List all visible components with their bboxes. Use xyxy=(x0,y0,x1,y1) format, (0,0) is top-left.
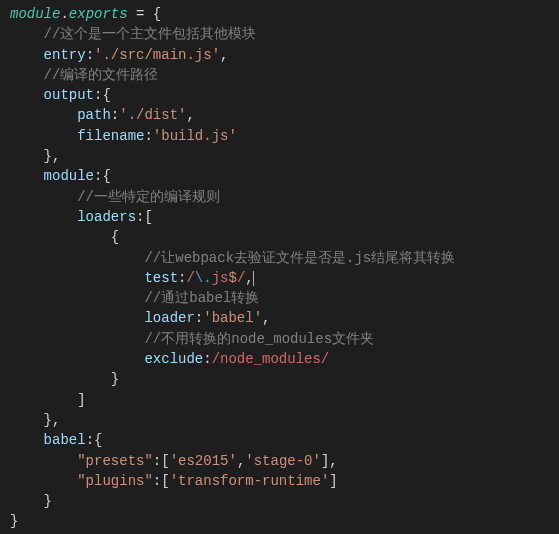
token-assign: = { xyxy=(128,6,162,22)
regex-escape: \. xyxy=(195,270,212,286)
token-dot: . xyxy=(60,6,68,22)
prop-plugins: "plugins" xyxy=(77,473,153,489)
comment-webpack-validate: //让webpack去验证文件是否是.js结尾将其转换 xyxy=(144,250,455,266)
comment-exclude: //不用转换的node_modules文件夹 xyxy=(144,331,374,347)
val-loader: 'babel' xyxy=(203,310,262,326)
comment-output-path: //编译的文件路径 xyxy=(44,67,159,83)
val-stage0: 'stage-0' xyxy=(245,453,321,469)
regex-anchor: $ xyxy=(228,270,236,286)
val-exclude: /node_modules/ xyxy=(212,351,330,367)
prop-exclude: exclude xyxy=(144,351,203,367)
regex-js: js xyxy=(212,270,229,286)
prop-path: path xyxy=(77,107,111,123)
prop-module: module xyxy=(44,168,94,184)
comment-babel: //通过babel转换 xyxy=(144,290,259,306)
prop-test: test xyxy=(144,270,178,286)
code-editor[interactable]: module.exports = { //这个是一个主文件包括其他模块 entr… xyxy=(10,4,549,532)
val-filename: 'build.js' xyxy=(153,128,237,144)
val-transform-runtime: 'transform-runtime' xyxy=(170,473,330,489)
comment-rules: //一些特定的编译规则 xyxy=(77,189,220,205)
token-exports: exports xyxy=(69,6,128,22)
prop-babel: babel xyxy=(44,432,86,448)
val-path: './dist' xyxy=(119,107,186,123)
prop-output: output xyxy=(44,87,94,103)
prop-presets: "presets" xyxy=(77,453,153,469)
prop-filename: filename xyxy=(77,128,144,144)
val-entry: './src/main.js' xyxy=(94,47,220,63)
val-es2015: 'es2015' xyxy=(170,453,237,469)
comment-main-file: //这个是一个主文件包括其他模块 xyxy=(44,26,257,42)
token-module: module xyxy=(10,6,60,22)
prop-entry: entry xyxy=(44,47,86,63)
prop-loader: loader xyxy=(144,310,194,326)
regex-delim: / xyxy=(186,270,194,286)
prop-loaders: loaders xyxy=(77,209,136,225)
cursor xyxy=(253,271,254,286)
